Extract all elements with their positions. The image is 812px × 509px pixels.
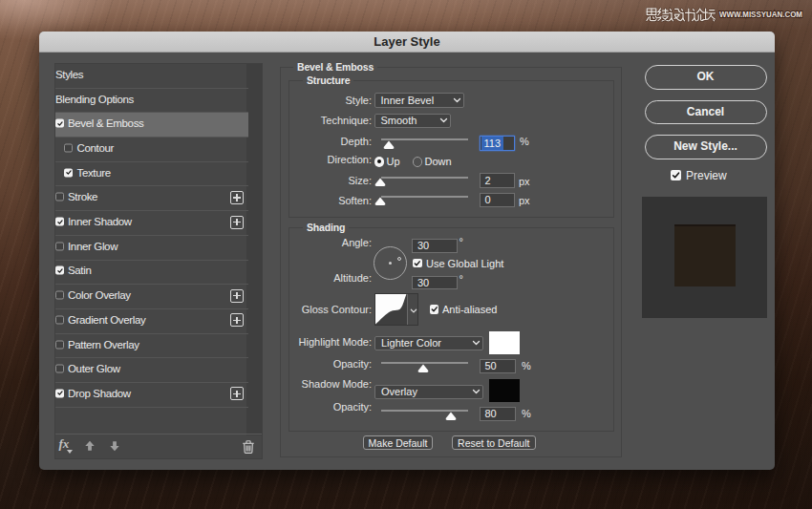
svg-text:WWW.MISSYUAN.COM: WWW.MISSYUAN.COM <box>719 10 802 19</box>
